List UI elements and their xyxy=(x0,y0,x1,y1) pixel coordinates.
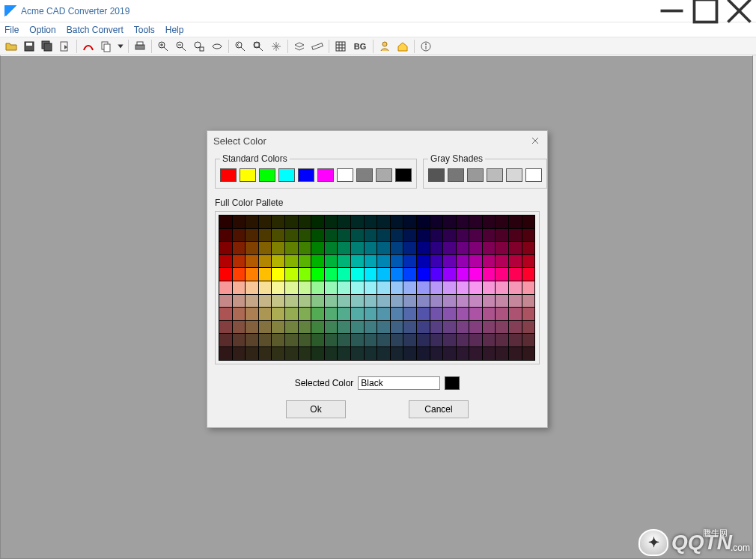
palette-cell[interactable] xyxy=(311,308,324,320)
dialog-close-button[interactable] xyxy=(529,135,541,147)
palette-cell[interactable] xyxy=(417,229,430,242)
menu-file[interactable]: File xyxy=(4,25,19,35)
palette-cell[interactable] xyxy=(403,216,416,228)
palette-cell[interactable] xyxy=(417,281,430,294)
standard-color-swatch[interactable] xyxy=(240,168,256,182)
palette-cell[interactable] xyxy=(522,347,535,360)
palette-cell[interactable] xyxy=(430,321,443,334)
palette-cell[interactable] xyxy=(496,295,508,308)
zoom-extents-icon[interactable] xyxy=(209,39,225,54)
palette-cell[interactable] xyxy=(299,308,311,320)
palette-cell[interactable] xyxy=(417,308,430,320)
palette-cell[interactable] xyxy=(483,308,496,320)
palette-cell[interactable] xyxy=(469,255,482,268)
palette-cell[interactable] xyxy=(285,281,298,294)
palette-cell[interactable] xyxy=(443,321,456,334)
menu-option[interactable]: Option xyxy=(29,25,55,35)
palette-cell[interactable] xyxy=(338,347,350,360)
palette-cell[interactable] xyxy=(391,347,403,360)
palette-cell[interactable] xyxy=(391,321,403,334)
palette-cell[interactable] xyxy=(285,295,298,308)
palette-cell[interactable] xyxy=(351,255,364,268)
standard-color-swatch[interactable] xyxy=(298,168,314,182)
user-icon[interactable] xyxy=(377,39,393,54)
palette-cell[interactable] xyxy=(443,308,456,320)
palette-cell[interactable] xyxy=(457,347,469,360)
palette-cell[interactable] xyxy=(325,295,338,308)
pdf-icon[interactable] xyxy=(80,39,97,54)
palette-cell[interactable] xyxy=(299,229,311,242)
palette-cell[interactable] xyxy=(430,347,443,360)
palette-cell[interactable] xyxy=(325,281,338,294)
palette-cell[interactable] xyxy=(259,347,272,360)
palette-cell[interactable] xyxy=(299,216,311,228)
standard-color-swatch[interactable] xyxy=(220,168,237,182)
palette-cell[interactable] xyxy=(285,216,298,228)
palette-cell[interactable] xyxy=(219,295,232,308)
palette-cell[interactable] xyxy=(417,321,430,334)
palette-cell[interactable] xyxy=(457,321,469,334)
palette-cell[interactable] xyxy=(522,281,535,294)
palette-cell[interactable] xyxy=(496,321,508,334)
palette-cell[interactable] xyxy=(219,229,232,242)
palette-cell[interactable] xyxy=(522,255,535,268)
palette-cell[interactable] xyxy=(377,242,390,254)
palette-cell[interactable] xyxy=(403,308,416,320)
palette-cell[interactable] xyxy=(509,295,522,308)
palette-cell[interactable] xyxy=(285,347,298,360)
palette-cell[interactable] xyxy=(233,308,246,320)
palette-cell[interactable] xyxy=(443,347,456,360)
palette-cell[interactable] xyxy=(311,229,324,242)
palette-cell[interactable] xyxy=(365,216,377,228)
palette-cell[interactable] xyxy=(522,308,535,320)
palette-cell[interactable] xyxy=(338,216,350,228)
palette-cell[interactable] xyxy=(391,216,403,228)
palette-cell[interactable] xyxy=(457,281,469,294)
palette-cell[interactable] xyxy=(430,295,443,308)
palette-cell[interactable] xyxy=(403,347,416,360)
standard-color-swatch[interactable] xyxy=(376,168,392,182)
palette-cell[interactable] xyxy=(377,281,390,294)
bg-button[interactable]: BG xyxy=(350,39,370,54)
palette-cell[interactable] xyxy=(509,229,522,242)
palette-cell[interactable] xyxy=(246,216,258,228)
standard-color-swatch[interactable] xyxy=(337,168,353,182)
palette-cell[interactable] xyxy=(483,242,496,254)
palette-cell[interactable] xyxy=(272,308,284,320)
palette-cell[interactable] xyxy=(299,334,311,346)
palette-cell[interactable] xyxy=(417,268,430,281)
info-icon[interactable] xyxy=(418,39,434,54)
palette-cell[interactable] xyxy=(351,268,364,281)
palette-cell[interactable] xyxy=(483,295,496,308)
palette-cell[interactable] xyxy=(483,216,496,228)
palette-cell[interactable] xyxy=(365,295,377,308)
copy-icon[interactable] xyxy=(98,39,115,54)
palette-cell[interactable] xyxy=(299,295,311,308)
palette-cell[interactable] xyxy=(259,255,272,268)
palette-cell[interactable] xyxy=(496,229,508,242)
palette-cell[interactable] xyxy=(259,281,272,294)
home-icon[interactable] xyxy=(394,39,411,54)
palette-cell[interactable] xyxy=(509,334,522,346)
palette-cell[interactable] xyxy=(311,268,324,281)
palette-cell[interactable] xyxy=(403,242,416,254)
palette-cell[interactable] xyxy=(272,334,284,346)
palette-cell[interactable] xyxy=(522,334,535,346)
palette-cell[interactable] xyxy=(311,347,324,360)
palette-cell[interactable] xyxy=(365,242,377,254)
zoom-all-icon[interactable] xyxy=(250,39,266,54)
palette-cell[interactable] xyxy=(259,242,272,254)
palette-cell[interactable] xyxy=(457,334,469,346)
palette-cell[interactable] xyxy=(325,347,338,360)
minimize-button[interactable] xyxy=(655,0,689,22)
palette-cell[interactable] xyxy=(509,216,522,228)
palette-cell[interactable] xyxy=(443,268,456,281)
palette-cell[interactable] xyxy=(377,216,390,228)
palette-cell[interactable] xyxy=(365,229,377,242)
palette-cell[interactable] xyxy=(391,281,403,294)
palette-cell[interactable] xyxy=(509,268,522,281)
palette-cell[interactable] xyxy=(285,334,298,346)
palette-cell[interactable] xyxy=(377,295,390,308)
palette-cell[interactable] xyxy=(469,308,482,320)
palette-cell[interactable] xyxy=(377,255,390,268)
